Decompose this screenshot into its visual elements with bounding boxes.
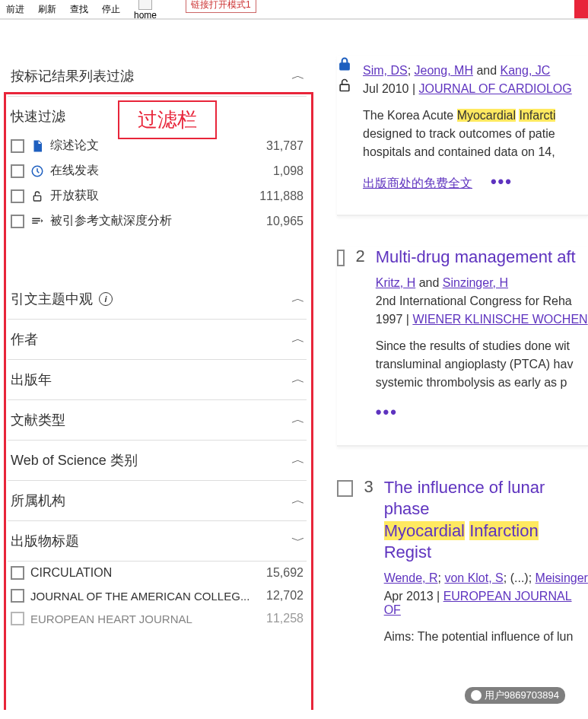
filter-item-open-access[interactable]: 开放获取 111,888 <box>8 183 307 208</box>
highlight: Infarcti <box>519 109 555 122</box>
section-affiliation[interactable]: 所属机构 ︿ <box>8 481 307 521</box>
result-authors: Wende, R; von Klot, S; (...); Meisinger <box>384 571 588 585</box>
section-title: 出版物标题 <box>11 532 79 550</box>
section-wos-category[interactable]: Web of Science 类别 ︿ <box>8 441 307 481</box>
clock-icon <box>30 164 44 178</box>
chevron-up-icon: ︿ <box>291 453 305 467</box>
result-number: 3 <box>364 477 373 497</box>
pub-title-count: 11,258 <box>266 612 304 625</box>
find-button[interactable]: 查找 <box>70 3 88 16</box>
section-title: 所属机构 <box>11 492 65 510</box>
result-checkbox[interactable] <box>337 480 353 497</box>
result-authors: Sim, DS; Jeong, MH and Kang, JC <box>363 64 588 78</box>
section-pub-titles[interactable]: 出版物标题 ﹀ <box>8 521 307 562</box>
checkbox[interactable] <box>11 139 24 153</box>
filter-label: 开放获取 <box>50 188 253 204</box>
filter-label: 在线发表 <box>50 163 267 179</box>
section-title: Web of Science 类别 <box>11 451 138 469</box>
filter-label: 被引参考文献深度分析 <box>50 213 260 229</box>
chevron-up-icon: ︿ <box>291 292 305 306</box>
result-number: 2 <box>355 247 364 266</box>
home-button[interactable]: home <box>134 10 157 21</box>
highlight: Myocardial <box>384 521 465 540</box>
lock-closed-icon <box>337 56 352 72</box>
filter-by-marked-header[interactable]: 按标记结果列表过滤 ︿ <box>8 56 307 97</box>
more-options-icon[interactable]: ••• <box>376 402 398 422</box>
author-link[interactable]: Kang, JC <box>501 64 551 77</box>
checkbox[interactable] <box>11 566 24 580</box>
more-options-icon[interactable]: ••• <box>491 172 513 191</box>
filter-item-online[interactable]: 在线发表 1,098 <box>8 158 307 183</box>
checkbox[interactable] <box>11 189 24 203</box>
result-conference: 2nd International Congress for Reha <box>376 294 588 308</box>
section-citation-topics[interactable]: 引文主题中观 i ︿ <box>8 279 307 320</box>
chevron-up-icon: ︿ <box>291 373 305 387</box>
filter-item-citation[interactable]: 被引参考文献深度分析 10,965 <box>8 208 307 234</box>
filter-label: 综述论文 <box>50 138 260 154</box>
svg-rect-3 <box>340 84 349 91</box>
author-link[interactable]: Meisinger <box>536 571 588 584</box>
result-card-2: 2 Multi-drug management aft Kritz, H and… <box>337 247 588 447</box>
pub-title-item[interactable]: JOURNAL OF THE AMERICAN COLLEG... 12,702 <box>8 584 307 607</box>
browser-toolbar: 前进 刷新 查找 停止 home 链接打开模式1 <box>0 0 588 20</box>
watermark: 用户9869703894 <box>465 687 565 704</box>
link-mode-dropdown[interactable]: 链接打开模式1 <box>186 0 256 13</box>
result-title[interactable]: The influence of lunar phase Myocardial … <box>384 477 588 564</box>
checkbox[interactable] <box>11 612 24 625</box>
weibo-icon <box>471 690 482 701</box>
home-icon[interactable] <box>138 0 152 10</box>
annotation-label: 过滤栏 <box>118 100 217 139</box>
stop-button[interactable]: 停止 <box>102 3 120 16</box>
red-accent-bar <box>574 0 588 18</box>
chevron-up-icon: ︿ <box>291 413 305 427</box>
chevron-up-icon: ︿ <box>291 332 305 346</box>
result-abstract: Since the results of studies done wit tr… <box>376 337 588 392</box>
author-link[interactable]: Kritz, H <box>376 276 415 289</box>
pub-title-item[interactable]: EUROPEAN HEART JOURNAL 11,258 <box>8 607 307 630</box>
section-authors[interactable]: 作者 ︿ <box>8 320 307 360</box>
pub-title-item[interactable]: CIRCULATION 15,692 <box>8 562 307 584</box>
journal-link[interactable]: WIENER KLINISCHE WOCHEN <box>412 313 587 326</box>
chevron-up-icon: ︿ <box>291 69 305 83</box>
author-link[interactable]: Wende, R <box>384 571 438 584</box>
section-title: 出版年 <box>11 371 52 389</box>
filter-count: 10,965 <box>266 215 304 228</box>
filter-count: 31,787 <box>266 139 304 153</box>
filter-count: 1,098 <box>273 164 304 178</box>
pub-title-label: JOURNAL OF THE AMERICAN COLLEG... <box>30 590 260 603</box>
pub-title-count: 15,692 <box>266 566 304 580</box>
chevron-down-icon: ﹀ <box>291 534 305 548</box>
result-meta: 1997 | WIENER KLINISCHE WOCHEN <box>376 313 588 326</box>
pub-title-label: EUROPEAN HEART JOURNAL <box>30 612 260 625</box>
forward-button[interactable]: 前进 <box>6 3 24 16</box>
author-link[interactable]: Sinzinger, H <box>443 276 508 289</box>
author-link[interactable]: Jeong, MH <box>415 64 473 77</box>
author-link[interactable]: Sim, DS <box>363 64 408 77</box>
filter-sidebar: 过滤栏 按标记结果列表过滤 ︿ 快速过滤 综述论文 31,787 在线发表 1,… <box>0 56 314 710</box>
open-lock-icon <box>30 189 44 203</box>
result-card-1: Sim, DS; Jeong, MH and Kang, JC Jul 2010… <box>337 56 588 216</box>
doc-icon <box>30 139 44 153</box>
refresh-button[interactable]: 刷新 <box>38 3 56 16</box>
fulltext-link[interactable]: 出版商处的免费全文 <box>363 177 472 189</box>
section-title: 引文主题中观 <box>11 290 93 308</box>
chevron-up-icon: ︿ <box>291 494 305 507</box>
checkbox[interactable] <box>11 215 24 228</box>
citation-icon <box>30 215 44 228</box>
result-checkbox[interactable] <box>337 250 345 266</box>
journal-link[interactable]: JOURNAL OF CARDIOLOG <box>419 82 572 95</box>
info-icon[interactable]: i <box>99 292 113 306</box>
pub-title-count: 12,702 <box>266 589 304 603</box>
checkbox[interactable] <box>11 164 24 178</box>
lock-open-icon <box>337 78 352 93</box>
checkbox[interactable] <box>11 589 24 603</box>
result-title[interactable]: Multi-drug management aft <box>376 247 588 269</box>
svg-rect-2 <box>340 63 349 69</box>
result-meta: Apr 2013 | EUROPEAN JOURNAL OF <box>384 590 588 617</box>
highlight: Infarction <box>469 521 539 540</box>
result-abstract: Aims: The potential influence of lun <box>384 628 588 646</box>
result-meta: Jul 2010 | JOURNAL OF CARDIOLOG <box>363 82 588 96</box>
author-link[interactable]: von Klot, S <box>444 571 503 584</box>
section-pub-year[interactable]: 出版年 ︿ <box>8 360 307 400</box>
section-doc-type[interactable]: 文献类型 ︿ <box>8 400 307 441</box>
